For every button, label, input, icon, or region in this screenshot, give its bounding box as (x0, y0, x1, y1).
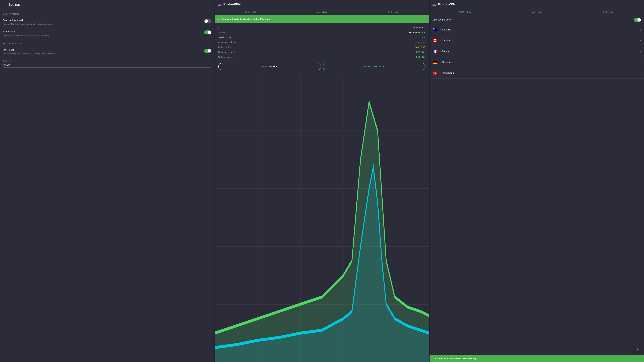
bottom-connected-bar[interactable]: ^ Connected to Switzerland >> United Kin… (430, 355, 644, 362)
country-name-canada: Canada (442, 39, 640, 42)
secure-core-toggle[interactable] (634, 18, 641, 22)
countries-hamburger-menu[interactable] (432, 3, 436, 5)
upload-vol-value: 688.17 KB (415, 46, 426, 48)
secure-core-label: Use Secure Core (432, 18, 451, 21)
connected-banner[interactable]: ⌄ Connected to Switzerland >> United Kin… (215, 15, 429, 23)
download-vol-value: 634.16 KB (415, 41, 426, 43)
countries-panel: ProtonVPN COUNTRIES MAP VIEW PROFILES Us… (430, 0, 644, 362)
settings-title: Settings (8, 3, 20, 6)
back-button[interactable]: ← (3, 3, 6, 6)
country-name-france: France (442, 50, 640, 53)
start-with-android-toggle[interactable] (204, 19, 211, 23)
flag-germany: 🇩🇪 (432, 59, 438, 65)
start-with-android-title: Start with Android (3, 19, 53, 22)
chevron-germany: › (640, 61, 641, 64)
start-options-header: START OPTIONS (0, 9, 214, 16)
tab-mapview-countries[interactable]: MAP VIEW (501, 9, 572, 15)
status-icon-toggle[interactable] (204, 30, 211, 34)
bottom-connected-text: Connected to Switzerland >> United King… (435, 357, 641, 360)
hamburger-line-3 (432, 5, 436, 5)
countries-list: 🇦🇺 » Australia › 🇨🇦 » Canada › 🇫🇷 » Fran… (430, 24, 644, 355)
session-row: Session time: 31s (218, 35, 426, 40)
network-chart (215, 73, 429, 362)
flag-australia: 🇦🇺 (432, 27, 438, 32)
countries-header: ProtonVPN (430, 0, 644, 9)
ip-value: 185.44.76.121 (411, 26, 426, 29)
dns-leak-desc: Prevent leaking DNS query details to thi… (3, 52, 56, 55)
settings-body: START OPTIONS Start with Android ProtonV… (0, 9, 214, 362)
tab-mapview[interactable]: MAP VIEW (286, 9, 358, 15)
ip-label: IP: (218, 26, 221, 29)
action-buttons: DISCONNECT SAVE TO PROFILE (215, 62, 429, 73)
save-to-profile-button[interactable]: SAVE TO PROFILE (323, 63, 426, 70)
tab-profiles-mapview[interactable]: PROFILES (358, 9, 429, 15)
double-arrow-australia: » (440, 28, 441, 31)
security-options-header: SECURITY OPTIONS (0, 39, 214, 46)
dns-leak-toggle[interactable] (204, 49, 211, 53)
upload-vol-label: Upload volume: (218, 46, 234, 48)
double-arrow-canada: » (440, 39, 441, 42)
server-row: Server: CH-UK#1 28% (218, 30, 426, 35)
settings-header: ← Settings (0, 0, 214, 9)
dns-leak-title: DNS Leak (3, 48, 57, 51)
download-speed-row: Download speed: 1.38 KB/s (218, 50, 426, 54)
session-value: 31s (422, 36, 426, 39)
settings-panel: ← Settings START OPTIONS Start with Andr… (0, 0, 214, 362)
mapview-header: ProtonVPN (215, 0, 429, 9)
tab-countries-mapview[interactable]: COUNTRIES (215, 9, 286, 15)
country-item-germany[interactable]: 🇩🇪 » Germany › (430, 57, 644, 68)
tab-countries[interactable]: COUNTRIES (430, 9, 501, 15)
mapview-tab-bar: COUNTRIES MAP VIEW PROFILES (215, 9, 429, 15)
country-name-germany: Germany (442, 61, 640, 63)
download-speed-value: 1.38 KB/s (416, 51, 426, 53)
hamburger-line-1 (218, 3, 221, 3)
disconnect-button[interactable]: DISCONNECT (218, 63, 321, 70)
upload-speed-value: 1.51 KB/s (416, 56, 426, 58)
navigation-icon: ➤ (636, 347, 639, 351)
double-arrow-hongkong: » (440, 72, 441, 74)
country-item-canada[interactable]: 🇨🇦 » Canada › (430, 35, 644, 46)
chart-area (215, 73, 429, 362)
protocol-value[interactable]: IKEv2 (3, 63, 211, 68)
double-arrow-france: » (440, 50, 441, 52)
status-icon-item: Status icon Show an icon in the status t… (0, 28, 214, 39)
server-name: CH-UK#1 (408, 31, 417, 34)
server-status: CH-UK#1 28% (408, 31, 426, 34)
hamburger-line-2 (432, 4, 436, 4)
stats-section: IP: 185.44.76.121 Server: CH-UK#1 28% Se… (215, 23, 429, 62)
flag-canada: 🇨🇦 (432, 38, 438, 43)
hamburger-line-3 (218, 5, 221, 5)
connected-text: Connected to Switzerland >> United Kingd… (222, 18, 270, 20)
chevron-france: › (640, 50, 641, 53)
countries-app-title: ProtonVPN (438, 2, 456, 6)
countries-tab-bar: COUNTRIES MAP VIEW PROFILES (430, 9, 644, 15)
mapview-app-title: ProtonVPN (224, 2, 241, 6)
download-vol-row: Download volume: 634.16 KB (218, 40, 426, 45)
server-pct: 28% (421, 31, 426, 34)
status-icon-title: Status icon (3, 30, 51, 33)
tab-profiles-countries[interactable]: PROFILES (572, 9, 644, 15)
server-label: Server: (218, 31, 226, 34)
download-speed-label: Download speed: (218, 51, 236, 53)
upload-vol-row: Upload volume: 688.17 KB (218, 45, 426, 50)
country-item-hongkong[interactable]: 🇭🇰 » Hong Kong › (430, 68, 644, 79)
status-icon-desc: Show an icon in the status tray to indic… (3, 34, 49, 37)
mapview-panel: ProtonVPN COUNTRIES MAP VIEW PROFILES ⌄ … (215, 0, 429, 362)
flag-france: 🇫🇷 (432, 49, 438, 54)
ip-row: IP: 185.44.76.121 (218, 25, 426, 30)
session-label: Session time: (218, 36, 232, 39)
country-item-australia[interactable]: 🇦🇺 » Australia › (430, 24, 644, 35)
chevron-hongkong: › (640, 71, 641, 75)
chevron-down-icon: ⌄ (218, 17, 220, 21)
dns-leak-item: DNS Leak Prevent leaking DNS query detai… (0, 46, 214, 57)
double-arrow-germany: » (440, 61, 441, 63)
start-with-android-desc: ProtonVPN will start automatically with … (3, 23, 52, 25)
country-name-hongkong: Hong Kong (442, 72, 640, 74)
protocol-section: Protocol IKEv2 (0, 58, 214, 70)
flag-hongkong: 🇭🇰 (432, 70, 438, 76)
fab-button[interactable]: ➤ (634, 345, 642, 353)
hamburger-menu[interactable] (218, 3, 221, 5)
upload-speed-label: Upload speed: (218, 56, 233, 58)
upload-speed-row: Upload speed: 1.51 KB/s (218, 54, 426, 59)
country-item-france[interactable]: 🇫🇷 » France › (430, 46, 644, 57)
